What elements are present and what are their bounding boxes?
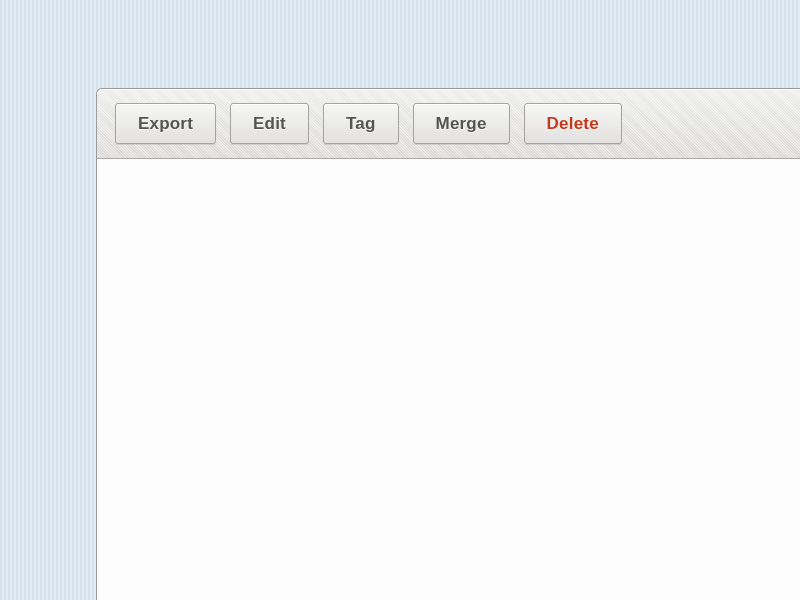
export-button[interactable]: Export bbox=[115, 103, 216, 144]
merge-button[interactable]: Merge bbox=[413, 103, 510, 144]
app-window: Export Edit Tag Merge Delete bbox=[96, 88, 800, 600]
delete-button[interactable]: Delete bbox=[524, 103, 622, 144]
tag-button[interactable]: Tag bbox=[323, 103, 399, 144]
edit-button[interactable]: Edit bbox=[230, 103, 309, 144]
content-area bbox=[97, 159, 800, 600]
toolbar: Export Edit Tag Merge Delete bbox=[97, 89, 800, 159]
